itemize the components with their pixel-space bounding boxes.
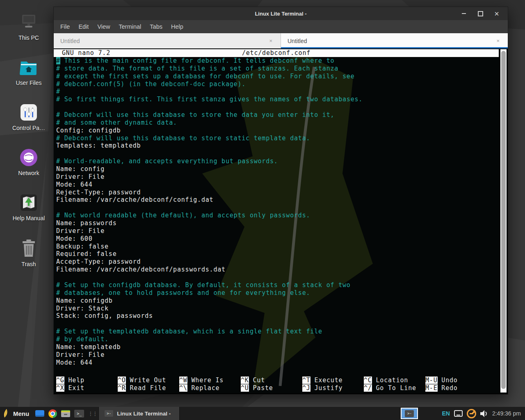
tray-terminal-icon[interactable]: >- — [401, 408, 418, 419]
shortcut-label: Location — [372, 377, 408, 384]
terminal-line: # Set up the configdb database. By defau… — [56, 281, 499, 289]
terminal-line — [56, 204, 499, 212]
shortcut-label: Read File — [126, 384, 166, 392]
network-globe-icon — [4, 146, 53, 167]
nano-shortcut: ^J Justify — [302, 384, 364, 392]
window-titlebar[interactable]: Linux Lite Terminal - ✕ — [54, 7, 508, 20]
update-manager-icon[interactable] — [467, 409, 476, 418]
nano-shortcut: ^U Paste — [241, 384, 302, 392]
help-manual-icon — [4, 191, 53, 212]
terminal-line — [56, 320, 499, 328]
close-button[interactable]: ✕ — [491, 9, 502, 18]
desktop-icon-control-pa[interactable]: Control Pa… — [4, 101, 53, 131]
terminal-line: Templates: templatedb — [56, 142, 499, 150]
terminal-line: Mode: 600 — [56, 235, 499, 243]
nano-shortcut: ^T Execute — [302, 377, 364, 384]
scrollbar-thumb[interactable] — [501, 51, 506, 389]
desktop-icon-this-pc[interactable]: This PC — [4, 11, 53, 41]
terminal-line: Config: configdb — [56, 127, 499, 135]
menu-view[interactable]: View — [97, 23, 110, 30]
shortcut-label: Execute — [310, 377, 343, 384]
nano-file-path: /etc/debconf.conf — [54, 49, 499, 57]
terminal-line: # by default. — [56, 336, 499, 343]
volume-icon[interactable] — [480, 410, 488, 417]
menu-help[interactable]: Help — [171, 23, 183, 30]
terminal-view[interactable]: GNU nano 7.2 /etc/debconf.conf # This is… — [54, 48, 508, 393]
shortcut-key: ^X — [56, 384, 64, 392]
terminal-tab-2[interactable]: Untitled× — [281, 33, 508, 48]
nano-shortcut: ^K Cut — [241, 377, 302, 384]
terminal-icon: >- — [105, 410, 113, 417]
tab-close-icon[interactable]: × — [267, 37, 274, 45]
shortcut-key: ^/ — [364, 384, 372, 392]
panel-grip[interactable]: ⋮⋮ — [88, 411, 97, 417]
menu-bar: FileEditViewTerminalTabsHelp — [54, 20, 508, 33]
nano-shortcut-column: ^C Location^/ Go To Line — [364, 377, 425, 392]
terminal-launcher-icon[interactable]: >_ — [74, 410, 84, 418]
tab-close-icon[interactable]: × — [495, 37, 501, 45]
desktop-icon-label: Network — [4, 170, 53, 176]
menu-terminal[interactable]: Terminal — [119, 23, 142, 30]
shortcut-key: ^C — [364, 377, 372, 384]
terminal-line: Mode: 644 — [56, 359, 499, 367]
menu-edit[interactable]: Edit — [78, 23, 89, 30]
shortcut-key: ^T — [302, 377, 310, 384]
nano-shortcut-column: ^O Write Out^R Read File — [118, 377, 179, 392]
chrome-icon[interactable] — [48, 409, 57, 418]
menu-tabs[interactable]: Tabs — [150, 23, 162, 30]
terminal-text: # This is the main config file for debco… — [54, 57, 499, 366]
terminal-line: # This is the main config file for debco… — [56, 57, 499, 65]
terminal-line: Driver: File — [56, 351, 499, 359]
shortcut-key: ^O — [118, 377, 126, 384]
system-tray: >- EN 2:49:36 pm — [401, 408, 525, 419]
shortcut-label: Write Out — [126, 377, 166, 384]
terminal-line: # databases, one to hold passwords and o… — [56, 289, 499, 297]
nano-shortcut-bar: ^G Help^X Exit^O Write Out^R Read File^W… — [56, 377, 499, 392]
terminal-line: Backup: false — [56, 243, 499, 251]
tab-label: Untitled — [288, 38, 307, 44]
shortcut-label: Where Is — [187, 377, 224, 384]
desktop-icon-trash[interactable]: Trash — [4, 237, 53, 267]
menu-file[interactable]: File — [60, 23, 70, 30]
nano-shortcut: M-E Redo — [425, 384, 499, 392]
minimize-button[interactable] — [459, 9, 469, 18]
shortcut-key: ^J — [302, 384, 310, 392]
nano-shortcut: ^C Location — [364, 377, 425, 384]
file-manager-icon[interactable] — [61, 410, 70, 417]
maximize-icon — [478, 11, 483, 16]
shortcut-label: Go To Line — [372, 384, 416, 392]
taskbar-clock[interactable]: 2:49:36 pm — [492, 410, 521, 417]
desktop-icon-help-manual[interactable]: Help Manual — [4, 191, 53, 221]
terminal-scrollbar[interactable] — [500, 49, 507, 393]
maximize-button[interactable] — [475, 9, 486, 18]
taskbar-window-button[interactable]: >- Linux Lite Terminal - — [98, 407, 180, 420]
desktop-icon-label: Trash — [4, 261, 53, 267]
keyboard-layout-icon[interactable] — [454, 410, 463, 417]
taskbar: Menu >_ ⋮⋮ >- Lin — [0, 407, 525, 420]
desktop-icon-user-files[interactable]: User Files — [4, 56, 53, 86]
terminal-tab-1[interactable]: Untitled× — [54, 33, 281, 48]
terminal-line: Name: templatedb — [56, 343, 499, 351]
nano-shortcut: ^R Read File — [118, 384, 179, 392]
linux-lite-logo-icon — [3, 409, 9, 418]
terminal-line: # Set up the templatedb database, which … — [56, 328, 499, 336]
terminal-line: Required: false — [56, 250, 499, 258]
nano-editor: GNU nano 7.2 /etc/debconf.conf # This is… — [54, 48, 499, 393]
shortcut-key: ^K — [241, 377, 249, 384]
show-desktop-icon[interactable] — [35, 410, 44, 417]
trash-icon — [4, 237, 53, 258]
terminal-line: # store data. The format of this file is… — [56, 65, 499, 73]
nano-shortcut: ^O Write Out — [118, 377, 179, 384]
terminal-line: Driver: File — [56, 173, 499, 181]
shortcut-label: Undo — [438, 377, 458, 384]
shortcut-label: Exit — [64, 384, 84, 392]
shortcut-key: ^G — [56, 377, 64, 384]
start-menu-button[interactable]: Menu — [0, 407, 33, 420]
shortcut-key: ^R — [118, 384, 126, 392]
desktop-icon-network[interactable]: Network — [4, 146, 53, 176]
window-controls: ✕ — [459, 7, 502, 20]
window-title: Linux Lite Terminal - — [255, 11, 306, 17]
terminal-line: Driver: Stack — [56, 305, 499, 313]
nano-title-bar: GNU nano 7.2 /etc/debconf.conf — [54, 49, 499, 57]
keyboard-language-indicator[interactable]: EN — [442, 410, 450, 417]
